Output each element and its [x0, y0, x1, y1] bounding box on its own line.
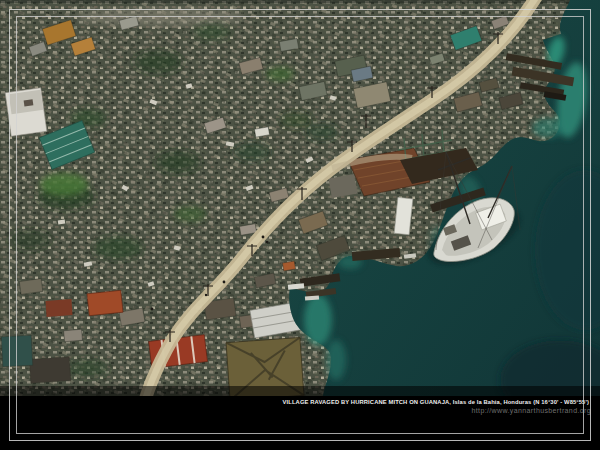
caption-url: http://www.yannarthusbertrand.org: [471, 407, 591, 415]
caption-title: VILLAGE RAVAGED BY HURRICANE MITCH ON GU…: [283, 399, 589, 406]
wallpaper: VILLAGE RAVAGED BY HURRICANE MITCH ON GU…: [0, 0, 600, 450]
white-colonial-house: [5, 88, 47, 137]
caption-band: [0, 386, 600, 450]
aerial-photo: [0, 0, 600, 450]
